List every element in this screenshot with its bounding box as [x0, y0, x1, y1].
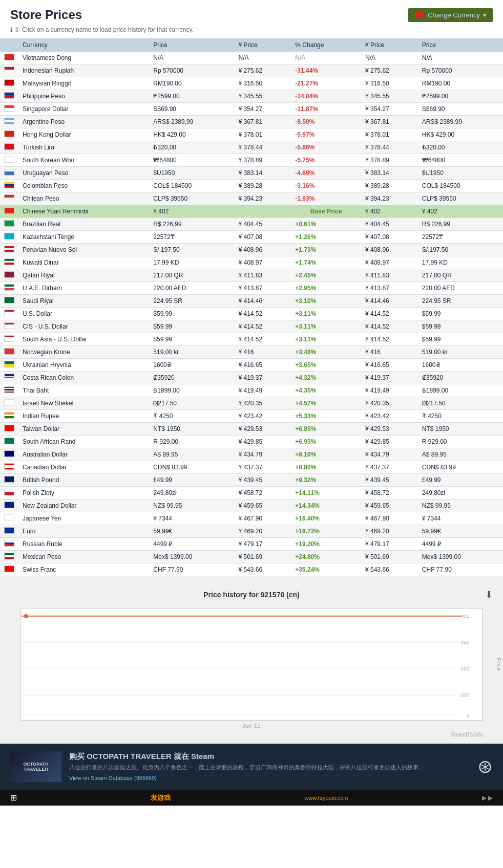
- price-cell: R 929.00: [149, 436, 234, 448]
- currency-link[interactable]: Russian Ruble: [23, 540, 62, 548]
- price2-cell: ₡35920: [418, 372, 503, 384]
- currency-link[interactable]: Israeli New Shekel: [23, 400, 73, 407]
- yen-price1-cell: ¥ 414.52: [235, 308, 291, 320]
- currency-link[interactable]: Peruvian Nuevo Sol: [23, 246, 77, 253]
- ad-text: 购买 OCTOPATH TRAVELER 就在 Steam 八位旅行者的八次冒险…: [69, 752, 470, 781]
- currency-link[interactable]: Taiwan Dollar: [23, 425, 59, 432]
- currency-link[interactable]: U.S. Dollar: [23, 310, 52, 317]
- yen-price1-cell: ¥ 434.79: [235, 448, 291, 461]
- table-row: Philippine Peso ₱2599.00 ¥ 345.55 -14.04…: [0, 90, 503, 103]
- currency-link[interactable]: Qatari Riyal: [23, 272, 55, 279]
- price2-cell: 224.95 SR: [418, 295, 503, 308]
- table-row: U.S. Dollar $59.99 ¥ 414.52 +3.11% ¥ 414…: [0, 308, 503, 320]
- currency-link[interactable]: British Pound: [23, 476, 59, 484]
- currency-link[interactable]: CIS - U.S. Dollar: [23, 323, 68, 330]
- currency-link[interactable]: Colombian Peso: [23, 182, 68, 189]
- currency-link[interactable]: South Asia - U.S. Dollar: [23, 336, 87, 343]
- currency-name-cell: Singapore Dollar: [18, 103, 149, 116]
- currency-link[interactable]: Chilean Peso: [23, 195, 59, 202]
- currency-link[interactable]: Turkish Lira: [23, 144, 54, 151]
- table-row: Australian Dollar A$ 89.95 ¥ 434.79 +8.1…: [0, 448, 503, 461]
- currency-link[interactable]: Malaysian Ringgit: [23, 80, 71, 87]
- country-flag-icon: [4, 67, 14, 73]
- yen-price2-cell: ¥ 354.27: [361, 103, 418, 116]
- currency-link[interactable]: New Zealand Dollar: [23, 502, 76, 509]
- yen-price1-cell: N/A: [235, 52, 291, 64]
- currency-link[interactable]: Ukrainian Hryvnia: [23, 361, 71, 368]
- change-currency-button[interactable]: Change Currency ▾: [408, 8, 493, 22]
- currency-link[interactable]: Vietnamese Dong: [23, 54, 71, 61]
- currency-link[interactable]: Polish Zloty: [23, 489, 54, 496]
- change-cell: -5.75%: [291, 154, 361, 167]
- yen-price1-cell: ¥ 501.69: [235, 551, 291, 563]
- price-cell: 17.99 KD: [149, 256, 234, 269]
- ad-link[interactable]: View on Steam Database (366869): [69, 775, 157, 781]
- price-cell: ₱2599.00: [149, 90, 234, 103]
- price-cell: NZ$ 99.95: [149, 500, 234, 512]
- currency-link[interactable]: Mexican Peso: [23, 553, 61, 560]
- table-row: Vietnamese Dong N/A N/A N/A N/A N/A: [0, 52, 503, 64]
- currency-name-cell: Japanese Yen: [18, 512, 149, 525]
- flag-cell: [0, 295, 18, 308]
- flag-cell: [0, 359, 18, 372]
- download-icon[interactable]: ⬇: [485, 589, 493, 600]
- yen-price1-cell: ¥ 423.42: [235, 410, 291, 423]
- country-flag-icon: [4, 92, 14, 99]
- flag-cell: [0, 180, 18, 192]
- svg-point-10: [24, 614, 28, 618]
- yen-price1-cell: ¥ 383.14: [235, 167, 291, 180]
- currency-link[interactable]: Brazilian Real: [23, 221, 60, 228]
- price2-cell: ฿1899.00: [418, 384, 503, 397]
- currency-link[interactable]: Philippine Peso: [23, 93, 65, 100]
- table-row: Canadian Dollar CDN$ 83.99 ¥ 437.37 +8.8…: [0, 461, 503, 474]
- yen-price2-cell: ¥ 458.72: [361, 487, 418, 500]
- table-row: U.A.E. Dirham 220.00 AED ¥ 413.87 +2.95%…: [0, 282, 503, 295]
- currency-link[interactable]: South Korean Won: [23, 157, 74, 164]
- currency-link[interactable]: Costa Rican Colon: [23, 374, 74, 381]
- change-cell: +0.61%: [291, 218, 361, 231]
- currency-link[interactable]: Thai Baht: [23, 387, 49, 394]
- flag-cell: [0, 551, 18, 563]
- currency-name-cell: South Asia - U.S. Dollar: [18, 333, 149, 346]
- price2-cell: £49.99: [418, 474, 503, 487]
- currency-link[interactable]: South African Rand: [23, 438, 75, 445]
- price-cell: Rp 570000: [149, 64, 234, 77]
- currency-name-cell: Polish Zloty: [18, 487, 149, 500]
- currency-link[interactable]: Japanese Yen: [23, 515, 61, 522]
- country-flag-icon: [4, 297, 14, 303]
- currency-link[interactable]: Australian Dollar: [23, 451, 68, 458]
- table-row: Indonesian Rupiah Rp 570000 ¥ 275.62 -31…: [0, 64, 503, 77]
- yen-price2-cell: ¥ 419.49: [361, 384, 418, 397]
- currency-link[interactable]: Norwegian Krone: [23, 349, 70, 356]
- currency-link[interactable]: Swiss Franc: [23, 566, 56, 573]
- currency-link[interactable]: Saudi Riyal: [23, 297, 54, 305]
- currency-link[interactable]: Uruguayan Peso: [23, 169, 68, 177]
- yen-price2-cell: ¥ 414.46: [361, 295, 418, 308]
- currency-link[interactable]: Canadian Dollar: [23, 464, 67, 471]
- currency-link[interactable]: Euro: [23, 528, 35, 535]
- country-flag-icon: [4, 143, 14, 150]
- watermark-domain: www.fayouxi.com: [304, 795, 348, 801]
- currency-name-cell: Uruguayan Peso: [18, 167, 149, 180]
- currency-link[interactable]: Kazakhstani Tenge: [23, 233, 74, 241]
- yen-price1-cell: ¥ 467.90: [235, 512, 291, 525]
- yen-price1-cell: ¥ 414.52: [235, 320, 291, 333]
- currency-link[interactable]: Argentine Peso: [23, 118, 65, 125]
- currency-name-cell: Swiss Franc: [18, 563, 149, 576]
- flag-cell: [0, 90, 18, 103]
- currency-link[interactable]: Indian Rupee: [23, 413, 59, 420]
- currency-link[interactable]: Singapore Dollar: [23, 105, 68, 113]
- currency-link[interactable]: U.A.E. Dirham: [23, 285, 62, 292]
- price2-cell: 17.99 KD: [418, 256, 503, 269]
- country-flag-icon: [4, 118, 14, 124]
- change-cell: -5.86%: [291, 141, 361, 154]
- currency-link[interactable]: Hong Kong Dollar: [23, 131, 71, 138]
- flag-cell: [0, 167, 18, 180]
- yen-price2-cell: ¥ 389.28: [361, 180, 418, 192]
- currency-link[interactable]: Chinese Yuan Renminbi: [23, 208, 89, 215]
- currency-link[interactable]: Indonesian Rupiah: [23, 67, 74, 74]
- currency-link[interactable]: Kuwaiti Dinar: [23, 259, 59, 266]
- currency-name-cell: South Korean Won: [18, 154, 149, 167]
- change-cell: +3.11%: [291, 308, 361, 320]
- price2-cell: 1600₴: [418, 359, 503, 372]
